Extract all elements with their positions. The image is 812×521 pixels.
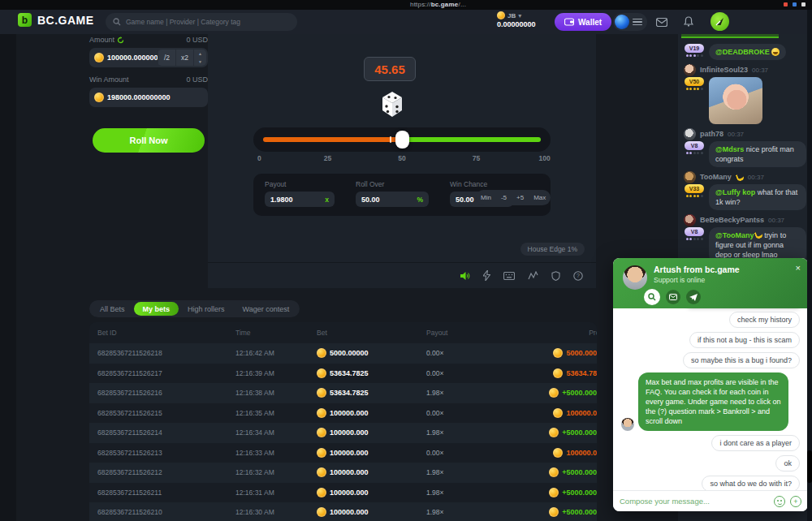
min-button[interactable]: Min <box>476 190 496 205</box>
sound-icon[interactable] <box>460 271 470 281</box>
roll-over-field: % <box>356 192 429 207</box>
level-pips <box>686 88 703 90</box>
avatar[interactable] <box>684 128 696 140</box>
address-bar[interactable]: https://bc.game/... <box>410 1 466 8</box>
page-scrollbar-thumb[interactable] <box>807 450 812 483</box>
slider-knob[interactable] <box>395 131 409 149</box>
table-row[interactable]: 6828536721152621712:16:39 AM 53634.7825 … <box>89 364 597 384</box>
coin-icon <box>553 408 563 418</box>
tab-wager-contest[interactable]: Wager contest <box>234 302 299 316</box>
emoji-picker-icon[interactable] <box>774 496 785 507</box>
support-user-message: if this not a bug - this is scam <box>689 332 800 348</box>
support-telegram-icon[interactable] <box>686 290 701 304</box>
table-header: Bet ID Time Bet Payout Profit <box>89 322 597 343</box>
quick-bet-icon[interactable] <box>483 270 490 281</box>
table-row[interactable]: 6828536721152621112:16:31 AM 100000.000 … <box>89 483 597 503</box>
help-icon[interactable]: ? <box>573 271 583 281</box>
username[interactable]: TooMany <box>700 173 732 181</box>
coin-icon <box>553 348 563 358</box>
support-email-icon[interactable] <box>666 290 680 304</box>
bets-table: Bet ID Time Bet Payout Profit 6828536721… <box>89 322 597 521</box>
win-amount-usd-value: 0 USD <box>186 75 208 84</box>
user-mention[interactable]: @DEADBROKE <box>715 48 770 56</box>
support-user-message: ok <box>775 455 800 471</box>
profile-menu[interactable] <box>613 13 647 31</box>
coin-icon <box>549 507 559 517</box>
table-row[interactable]: 6828536721152621012:16:30 AM 100000.000 … <box>89 502 597 521</box>
payout-field: x <box>265 192 335 207</box>
wallet-button[interactable]: Wallet <box>555 13 611 31</box>
payout-unit: x <box>325 196 329 204</box>
half-bet-button[interactable]: /2 <box>158 50 175 66</box>
table-row[interactable]: 6828536721152621412:16:34 AM 100000.000 … <box>89 423 597 443</box>
user-mention[interactable]: @Mdsrs <box>715 145 744 153</box>
wallet-icon <box>564 18 574 26</box>
roll-now-button[interactable]: Roll Now <box>93 128 205 153</box>
hotkeys-icon[interactable] <box>503 272 515 280</box>
currency-selector[interactable]: JB ▾ 0.00000000 <box>497 11 536 28</box>
step-down-icon[interactable]: ▼ <box>194 58 206 66</box>
avatar[interactable] <box>615 15 629 29</box>
amount-stepper[interactable]: ▲▼ <box>193 50 206 66</box>
bonus-spin-icon[interactable] <box>710 12 729 31</box>
avatar[interactable] <box>684 171 696 183</box>
table-row[interactable]: 6828536721152621312:16:33 AM 100000.000 … <box>89 443 597 463</box>
table-row[interactable]: 6828536721152621212:16:32 AM 100000.000 … <box>89 463 597 483</box>
support-message-input[interactable] <box>620 497 769 506</box>
double-bet-button[interactable]: x2 <box>175 50 193 66</box>
username[interactable]: InfiniteSoul23 <box>700 66 748 74</box>
live-stats-icon[interactable] <box>528 271 538 280</box>
chat-message: InfiniteSoul23 00:37 V50 <box>684 64 806 124</box>
banana-emoji-icon <box>736 172 745 182</box>
refresh-icon[interactable] <box>117 37 124 44</box>
table-row[interactable]: 6828536721152621612:16:38 AM 53634.7825 … <box>89 383 597 403</box>
level-badge: V8 <box>684 141 705 154</box>
tab-all-bets[interactable]: All Bets <box>91 302 134 316</box>
table-row[interactable]: 6828536721152621812:16:42 AM 5000.00000 … <box>89 343 597 364</box>
avatar[interactable] <box>684 64 696 76</box>
chat-message: TooMany 00:37 V33 @Luffy kop what for th… <box>684 171 806 210</box>
table-row[interactable]: 6828536721152621512:16:35 AM 100000.000 … <box>89 403 597 424</box>
support-search-icon[interactable] <box>644 289 660 305</box>
tab-my-bets[interactable]: My bets <box>134 302 179 316</box>
game-search[interactable] <box>106 13 297 31</box>
win-amount-input[interactable] <box>107 93 203 101</box>
search-input[interactable] <box>126 18 290 26</box>
notifications-bell-icon[interactable] <box>684 15 693 30</box>
messages-icon[interactable] <box>656 15 667 30</box>
payout-input[interactable] <box>270 196 322 204</box>
support-conversation: check my history if this not a bug - thi… <box>613 308 808 490</box>
roll-slider <box>253 127 551 152</box>
support-close-icon[interactable]: × <box>796 263 801 273</box>
roll-over-input[interactable] <box>361 196 413 204</box>
support-agent-message: Max bet and max profits are visible in t… <box>638 372 788 431</box>
verify-shield-icon[interactable] <box>551 271 560 281</box>
chat-message: path78 00:37 V8 @Mdsrs nice profit man c… <box>684 128 806 167</box>
attachment-plus-icon[interactable]: + <box>790 496 801 507</box>
extension-icon <box>784 2 788 6</box>
brand-name: BC.GAME <box>37 14 94 27</box>
slider-track[interactable] <box>263 137 541 142</box>
coin-icon <box>549 488 559 497</box>
coin-icon <box>317 467 326 477</box>
max-button[interactable]: Max <box>529 190 551 205</box>
timestamp: 00:37 <box>748 174 764 181</box>
support-status: Support is online <box>654 276 800 284</box>
user-mention[interactable]: @Luffy kop <box>715 188 755 196</box>
brand-logo[interactable]: b BC.GAME <box>18 13 94 27</box>
minus-5-button[interactable]: -5 <box>496 190 512 205</box>
tab-high-rollers[interactable]: High rollers <box>179 302 234 316</box>
menu-icon <box>633 19 642 26</box>
username[interactable]: BeBeBeckyPantss <box>700 216 764 224</box>
currency-code: JB <box>508 12 516 19</box>
avatar[interactable] <box>684 214 696 226</box>
level-pips <box>686 152 703 154</box>
step-up-icon[interactable]: ▲ <box>194 50 206 58</box>
user-mention[interactable]: @TooMany <box>715 231 762 239</box>
plus-5-button[interactable]: +5 <box>512 190 529 205</box>
laughing-emoji-icon <box>771 48 780 56</box>
bc-game-dice-page: https://bc.game/... b BC.GAME JB ▾ 0.000… <box>0 0 812 521</box>
dice-icon <box>375 88 409 125</box>
chat-image-crying-baby[interactable] <box>709 77 762 124</box>
username[interactable]: path78 <box>700 130 723 138</box>
